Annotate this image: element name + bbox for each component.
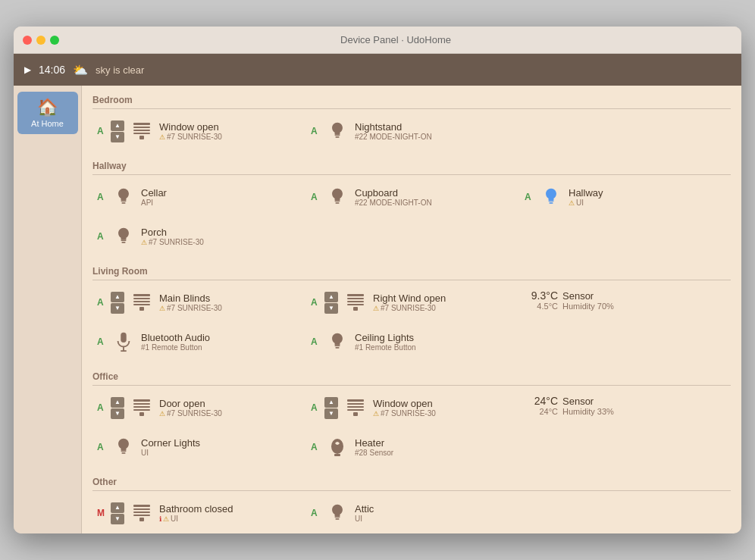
main-blinds-controls: ▲ ▼ xyxy=(111,292,124,314)
right-wind-sub: ⚠#7 SUNRISE-30 xyxy=(373,304,512,312)
mic-icon-wrap xyxy=(111,329,136,355)
up-button[interactable]: ▲ xyxy=(324,292,338,302)
sensor-temp-main: 24°C xyxy=(534,395,558,407)
device-door-open: A ▲ ▼ xyxy=(92,389,303,427)
door-open-sub: ⚠#7 SUNRISE-30 xyxy=(159,409,299,418)
svg-rect-3 xyxy=(133,133,150,134)
heater-name: Heater xyxy=(355,437,512,449)
corner-lights-sub: UI xyxy=(141,449,299,457)
sensor-humidity: Humidity 70% xyxy=(562,302,726,311)
down-button[interactable]: ▼ xyxy=(111,408,124,419)
up-button[interactable]: ▲ xyxy=(324,397,338,408)
traffic-lights xyxy=(23,36,59,45)
down-button[interactable]: ▼ xyxy=(324,408,338,419)
door-open-name: Door open xyxy=(159,398,299,409)
device-ceiling-lights: A Ceiling Lights #1 Remote Button xyxy=(306,323,517,361)
sidebar-item-at-home[interactable]: 🏠 At Home xyxy=(17,92,78,134)
bathroom-controls: ▲ ▼ xyxy=(111,502,124,524)
bulb-icon-wrap xyxy=(324,184,350,210)
door-open-info: Door open ⚠#7 SUNRISE-30 xyxy=(159,398,299,418)
up-button[interactable]: ▲ xyxy=(111,292,124,302)
app-window: Device Panel · UdoHome ▶ 14:06 ⛅ sky is … xyxy=(14,27,741,533)
toolbar: ▶ 14:06 ⛅ sky is clear xyxy=(14,54,741,86)
svg-rect-38 xyxy=(347,409,364,411)
up-button[interactable]: ▲ xyxy=(111,397,124,408)
sensor-temp-sub: 24°C xyxy=(539,407,558,416)
svg-rect-13 xyxy=(121,239,127,241)
section-hallway: Hallway A Cellar xyxy=(82,152,741,257)
bluetooth-audio-info: Bluetooth Audio #1 Remote Button xyxy=(141,332,299,352)
bathroom-name: Bathroom closed xyxy=(159,503,299,515)
door-open-controls: ▲ ▼ xyxy=(111,397,124,419)
svg-rect-39 xyxy=(353,412,358,416)
bulb-icon xyxy=(114,227,133,246)
status-a: A xyxy=(97,231,106,242)
info-icon: ℹ xyxy=(159,515,161,523)
bulb-icon xyxy=(327,121,347,141)
window-title: Device Panel · UdoHome xyxy=(59,34,732,45)
down-button[interactable]: ▼ xyxy=(111,303,124,314)
window-open-info: Window open ⚠#7 SUNRISE-30 xyxy=(159,121,299,141)
bathroom-sub: ℹ ⚠UI xyxy=(159,515,299,523)
device-sensor-living: 9.3°C 4.5°C Sensor Humidity 70% xyxy=(520,283,731,321)
main-content: 🏠 At Home Bedroom A ▲ ▼ xyxy=(14,86,741,533)
section-other: Other M ▲ ▼ xyxy=(82,468,741,533)
sensor-living-info: Sensor Humidity 70% xyxy=(562,290,726,311)
window-open-office-name: Window open xyxy=(373,398,512,409)
status-a: A xyxy=(311,442,320,452)
section-office: Office A ▲ ▼ xyxy=(82,362,741,468)
blind-icon-wrap xyxy=(129,500,155,526)
blind-icon xyxy=(346,398,365,418)
warn-icon: ⚠ xyxy=(159,133,165,141)
svg-rect-16 xyxy=(133,298,150,299)
attic-info: Attic UI xyxy=(355,503,512,523)
svg-rect-40 xyxy=(121,450,127,452)
svg-rect-10 xyxy=(335,202,339,204)
warn-icon: ⚠ xyxy=(159,410,165,418)
close-button[interactable] xyxy=(23,36,32,45)
weather-icon: ⛅ xyxy=(73,63,88,77)
device-cupboard: A Cupboard #22 MODE-NIGHT-ON xyxy=(306,178,517,216)
device-attic: A Attic UI xyxy=(306,494,517,532)
device-porch: A Porch ⚠#7 SUNRISE-30 xyxy=(92,217,303,255)
device-hallway-light: A Hallway ⚠UI xyxy=(520,178,731,216)
attic-name: Attic xyxy=(355,503,512,515)
svg-rect-9 xyxy=(335,200,340,202)
porch-info: Porch ⚠#7 SUNRISE-30 xyxy=(141,227,299,246)
svg-rect-22 xyxy=(347,301,364,302)
cupboard-sub: #22 MODE-NIGHT-ON xyxy=(355,199,512,207)
window-open-controls: ▲ ▼ xyxy=(111,120,124,142)
svg-rect-43 xyxy=(334,454,340,456)
bulb-icon xyxy=(327,503,347,523)
minimize-button[interactable] xyxy=(36,36,45,45)
svg-rect-19 xyxy=(139,307,144,311)
svg-rect-4 xyxy=(139,136,144,139)
down-button[interactable]: ▼ xyxy=(111,514,124,524)
svg-rect-49 xyxy=(335,516,340,518)
sidebar: 🏠 At Home xyxy=(14,86,82,533)
warn-icon: ⚠ xyxy=(159,305,165,312)
attic-sub: UI xyxy=(355,515,512,523)
window-open-sub: ⚠#7 SUNRISE-30 xyxy=(159,133,299,141)
status-a: A xyxy=(97,402,106,413)
svg-point-42 xyxy=(331,439,343,454)
play-icon[interactable]: ▶ xyxy=(24,64,31,75)
section-title-office: Office xyxy=(92,367,731,386)
warn-icon: ⚠ xyxy=(141,239,147,246)
status-a: A xyxy=(97,126,106,136)
right-wind-name: Right Wind open xyxy=(373,293,512,304)
svg-rect-15 xyxy=(133,294,150,296)
ceiling-lights-info: Ceiling Lights #1 Remote Button xyxy=(355,332,512,352)
warn-icon: ⚠ xyxy=(373,410,379,418)
down-button[interactable]: ▼ xyxy=(324,303,338,314)
maximize-button[interactable] xyxy=(50,36,59,45)
up-button[interactable]: ▲ xyxy=(111,502,124,513)
up-button[interactable]: ▲ xyxy=(111,120,124,131)
down-button[interactable]: ▼ xyxy=(111,132,124,142)
status-a: A xyxy=(311,402,320,413)
nightstand-name: Nightstand xyxy=(355,121,512,133)
bulb-icon-wrap xyxy=(324,500,350,526)
svg-rect-7 xyxy=(121,200,127,202)
corner-lights-name: Corner Lights xyxy=(141,437,299,449)
svg-rect-1 xyxy=(133,127,150,128)
